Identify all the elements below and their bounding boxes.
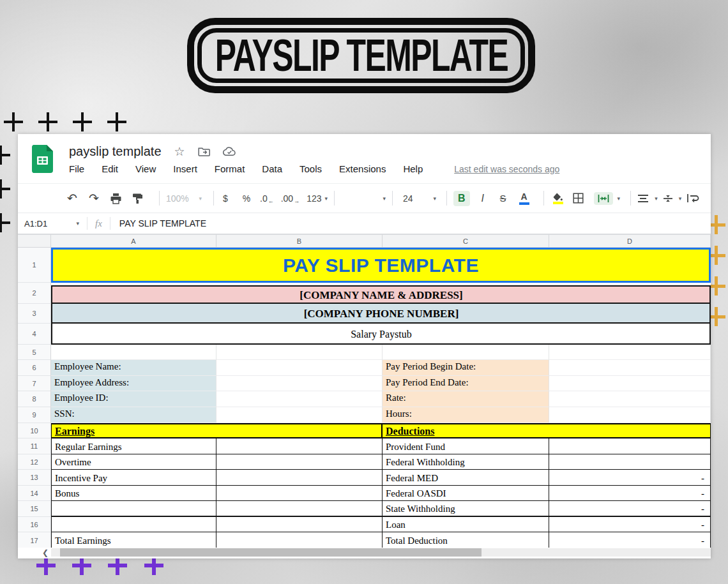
row-header-12[interactable]: 12 [18, 454, 51, 470]
select-all-corner[interactable] [18, 234, 51, 248]
document-title[interactable]: payslip template [69, 144, 162, 159]
cell[interactable] [51, 345, 216, 360]
cell[interactable] [549, 407, 711, 423]
scrollbar-thumb[interactable] [60, 548, 482, 557]
row-header-14[interactable]: 14 [18, 486, 51, 501]
row-header-9[interactable]: 9 [18, 407, 51, 423]
text-color-button[interactable]: A [517, 191, 532, 205]
paint-format-icon[interactable] [131, 193, 144, 204]
cell-hours-label[interactable]: Hours: [383, 407, 549, 423]
cell[interactable] [549, 345, 711, 360]
menu-data[interactable]: Data [262, 163, 282, 174]
cell-earning-amount[interactable] [216, 438, 383, 454]
cell-deduction-item[interactable]: Federal MED [383, 470, 549, 486]
menu-view[interactable]: View [135, 163, 156, 174]
cell-company-phone[interactable]: [COMPANY PHONE NUMBER] [51, 304, 711, 324]
cell-pay-begin-label[interactable]: Pay Period Begin Date: [383, 360, 549, 376]
cell-employee-address-label[interactable]: Employee Address: [51, 376, 216, 391]
cell-a1-title[interactable]: PAY SLIP TEMPLATE [51, 248, 711, 283]
cell-pay-end-label[interactable]: Pay Period End Date: [383, 376, 549, 391]
cell-company-name[interactable]: [COMPANY NAME & ADDRESS] [51, 285, 711, 304]
strikethrough-button[interactable]: S [496, 193, 510, 204]
cell[interactable] [216, 407, 383, 423]
row-header-10[interactable]: 10 [18, 423, 51, 438]
star-icon[interactable]: ☆ [174, 146, 185, 158]
row-header-4[interactable]: 4 [18, 324, 51, 345]
redo-icon[interactable]: ↷ [87, 192, 100, 204]
row-header-7[interactable]: 7 [18, 376, 51, 391]
format-currency-button[interactable]: $ [220, 193, 231, 204]
cell-earning-amount[interactable] [216, 454, 383, 470]
cell-employee-name-label[interactable]: Employee Name: [51, 360, 216, 376]
cell[interactable] [216, 391, 383, 407]
cell-earning-amount[interactable] [216, 470, 383, 486]
undo-icon[interactable]: ↶ [66, 192, 79, 204]
scrollbar-track[interactable] [51, 548, 711, 557]
fill-color-button[interactable] [550, 193, 566, 204]
cell-ssn-label[interactable]: SSN: [51, 407, 216, 423]
menu-file[interactable]: File [69, 163, 84, 174]
cell-rate-label[interactable]: Rate: [383, 391, 549, 407]
font-family-select[interactable]: ▾ [341, 195, 386, 202]
cell-deduction-amount[interactable]: - [549, 486, 711, 501]
row-header-2[interactable]: 2 [18, 283, 51, 304]
cell-deduction-amount[interactable]: - [549, 532, 711, 548]
formula-input[interactable]: PAY SLIP TEMPLATE [119, 218, 206, 228]
menu-edit[interactable]: Edit [102, 163, 118, 174]
cell[interactable] [216, 360, 383, 376]
move-folder-icon[interactable] [198, 147, 210, 156]
font-size-select[interactable]: 24▾ [399, 193, 440, 204]
decrease-decimal-button[interactable]: .0← [260, 193, 273, 204]
cell-earning-amount[interactable] [216, 486, 383, 501]
menu-help[interactable]: Help [403, 163, 423, 174]
row-header-3[interactable]: 3 [18, 304, 51, 324]
scroll-left-icon[interactable]: ❮ [18, 548, 51, 557]
column-header-d[interactable]: D [549, 234, 711, 248]
cell-deduction-item[interactable]: Provident Fund [383, 438, 549, 454]
vertical-align-button[interactable] [663, 193, 673, 204]
cell-deduction-amount[interactable]: - [549, 470, 711, 486]
row-header-1[interactable]: 1 [18, 248, 51, 283]
cell-earning-amount[interactable] [216, 501, 383, 517]
cell-subtitle[interactable]: Salary Paystub [51, 324, 711, 345]
cell[interactable] [549, 391, 711, 407]
cell-earning-amount[interactable] [216, 532, 383, 548]
column-header-b[interactable]: B [216, 234, 383, 248]
print-icon[interactable] [109, 193, 122, 204]
cell-earnings-header[interactable]: Earnings [51, 423, 383, 438]
cell-deduction-item[interactable]: State Withholding [383, 501, 549, 517]
cell-deduction-item[interactable]: Federal Withholding [383, 454, 549, 470]
cloud-saved-icon[interactable] [223, 147, 236, 156]
cell-deduction-amount[interactable]: - [549, 517, 711, 532]
cell-earning-amount[interactable] [216, 517, 383, 532]
cell-deductions-header[interactable]: Deductions [383, 423, 711, 438]
row-header-11[interactable]: 11 [18, 438, 51, 454]
last-edit-link[interactable]: Last edit was seconds ago [454, 164, 559, 174]
cell-deduction-item[interactable]: Loan [383, 517, 549, 532]
merge-cells-button[interactable] [594, 192, 613, 205]
cell-total-earnings[interactable]: Total Earnings [51, 532, 216, 548]
horizontal-align-button[interactable] [637, 194, 649, 203]
borders-button[interactable] [572, 193, 585, 204]
cell[interactable] [549, 376, 711, 391]
more-formats-button[interactable]: 123▾ [307, 193, 328, 204]
row-header-16[interactable]: 16 [18, 517, 51, 532]
cell-earning-item[interactable]: Overtime [51, 454, 216, 470]
vertical-align-arrow[interactable]: ▾ [679, 195, 682, 202]
cell[interactable] [216, 376, 383, 391]
cell-deduction-item[interactable]: Federal OASDI [383, 486, 549, 501]
row-header-5[interactable]: 5 [18, 345, 51, 360]
cell-earning-item[interactable] [51, 517, 216, 532]
cell-earning-item[interactable]: Regular Earnings [51, 438, 216, 454]
menu-tools[interactable]: Tools [300, 163, 322, 174]
cell-earning-item[interactable]: Bonus [51, 486, 216, 501]
italic-button[interactable]: I [476, 193, 490, 204]
row-header-17[interactable]: 17 [18, 532, 51, 548]
increase-decimal-button[interactable]: .00→ [281, 193, 299, 204]
column-header-a[interactable]: A [51, 234, 216, 248]
row-header-8[interactable]: 8 [18, 391, 51, 407]
cell-deduction-amount[interactable] [549, 454, 711, 470]
cell-total-deduction[interactable]: Total Deduction [383, 532, 549, 548]
horizontal-align-arrow[interactable]: ▾ [655, 195, 658, 202]
bold-button[interactable]: B [453, 191, 470, 206]
